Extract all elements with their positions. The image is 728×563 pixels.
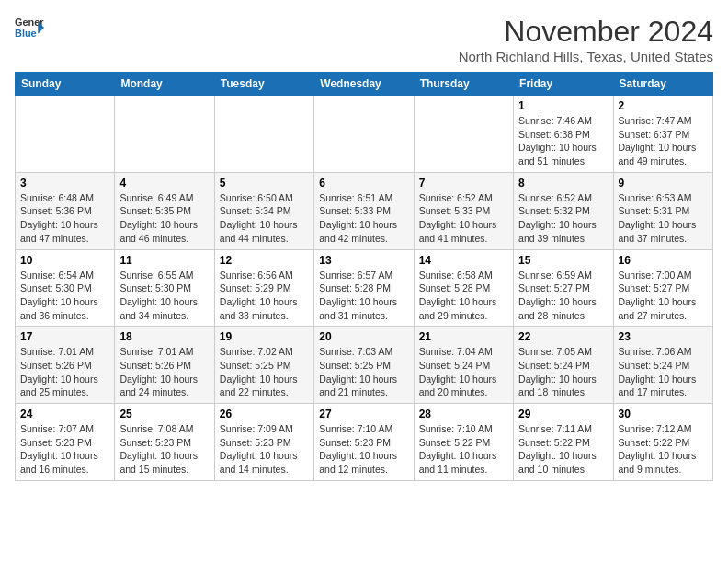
day-number: 5 — [220, 177, 309, 190]
day-info: Sunrise: 7:12 AM Sunset: 5:22 PM Dayligh… — [619, 422, 708, 477]
day-number: 4 — [119, 177, 209, 190]
day-info: Sunrise: 6:51 AM Sunset: 5:33 PM Dayligh… — [319, 191, 408, 246]
day-number: 23 — [619, 330, 708, 343]
calendar-day-cell: 22Sunrise: 7:05 AM Sunset: 5:24 PM Dayli… — [514, 327, 613, 404]
calendar-day-cell: 2Sunrise: 7:47 AM Sunset: 6:37 PM Daylig… — [613, 96, 712, 173]
calendar-day-cell: 25Sunrise: 7:08 AM Sunset: 5:23 PM Dayli… — [115, 404, 214, 481]
day-number: 10 — [20, 254, 109, 267]
calendar-day-cell: 14Sunrise: 6:58 AM Sunset: 5:28 PM Dayli… — [414, 249, 513, 327]
day-number: 18 — [119, 330, 209, 343]
calendar-day-cell: 13Sunrise: 6:57 AM Sunset: 5:28 PM Dayli… — [314, 249, 414, 327]
page-header: General Blue November 2024 North Richlan… — [15, 15, 713, 64]
weekday-header-cell: Thursday — [414, 73, 513, 96]
calendar-day-cell — [16, 96, 115, 173]
day-number: 6 — [319, 177, 408, 190]
calendar-day-cell — [414, 96, 513, 173]
logo-icon: General Blue — [15, 15, 44, 40]
day-info: Sunrise: 6:52 AM Sunset: 5:32 PM Dayligh… — [518, 191, 608, 246]
calendar-day-cell: 10Sunrise: 6:54 AM Sunset: 5:30 PM Dayli… — [16, 249, 115, 327]
day-info: Sunrise: 7:09 AM Sunset: 5:23 PM Dayligh… — [220, 422, 309, 477]
calendar-day-cell: 17Sunrise: 7:01 AM Sunset: 5:26 PM Dayli… — [16, 327, 115, 404]
day-info: Sunrise: 6:49 AM Sunset: 5:35 PM Dayligh… — [119, 191, 209, 246]
day-number: 16 — [619, 254, 708, 267]
day-number: 2 — [619, 99, 708, 112]
calendar-day-cell: 28Sunrise: 7:10 AM Sunset: 5:22 PM Dayli… — [414, 404, 513, 481]
day-info: Sunrise: 6:48 AM Sunset: 5:36 PM Dayligh… — [20, 191, 109, 246]
day-number: 21 — [419, 330, 508, 343]
day-number: 7 — [419, 177, 508, 190]
day-info: Sunrise: 6:52 AM Sunset: 5:33 PM Dayligh… — [419, 191, 508, 246]
day-info: Sunrise: 7:06 AM Sunset: 5:24 PM Dayligh… — [619, 345, 708, 399]
day-number: 3 — [20, 177, 109, 190]
day-number: 25 — [119, 408, 209, 420]
calendar-day-cell — [314, 96, 414, 173]
day-number: 27 — [319, 408, 408, 420]
day-number: 28 — [419, 408, 508, 420]
calendar-day-cell: 12Sunrise: 6:56 AM Sunset: 5:29 PM Dayli… — [214, 249, 313, 327]
calendar-body: 1Sunrise: 7:46 AM Sunset: 6:38 PM Daylig… — [16, 96, 713, 481]
day-info: Sunrise: 6:57 AM Sunset: 5:28 PM Dayligh… — [319, 269, 408, 323]
svg-text:Blue: Blue — [15, 28, 37, 39]
calendar-day-cell: 8Sunrise: 6:52 AM Sunset: 5:32 PM Daylig… — [514, 172, 613, 249]
calendar-day-cell: 15Sunrise: 6:59 AM Sunset: 5:27 PM Dayli… — [514, 249, 613, 327]
day-number: 13 — [319, 254, 408, 267]
calendar-day-cell: 19Sunrise: 7:02 AM Sunset: 5:25 PM Dayli… — [214, 327, 313, 404]
calendar-day-cell: 20Sunrise: 7:03 AM Sunset: 5:25 PM Dayli… — [314, 327, 414, 404]
day-info: Sunrise: 6:54 AM Sunset: 5:30 PM Dayligh… — [20, 269, 109, 323]
day-info: Sunrise: 7:05 AM Sunset: 5:24 PM Dayligh… — [518, 345, 608, 399]
day-info: Sunrise: 7:10 AM Sunset: 5:22 PM Dayligh… — [419, 422, 508, 477]
calendar-day-cell: 4Sunrise: 6:49 AM Sunset: 5:35 PM Daylig… — [115, 172, 214, 249]
day-number: 19 — [220, 330, 309, 343]
location: North Richland Hills, Texas, United Stat… — [459, 49, 713, 64]
calendar-day-cell — [214, 96, 313, 173]
calendar-day-cell: 16Sunrise: 7:00 AM Sunset: 5:27 PM Dayli… — [613, 249, 712, 327]
weekday-header-cell: Monday — [115, 73, 214, 96]
weekday-header-row: SundayMondayTuesdayWednesdayThursdayFrid… — [16, 73, 713, 96]
day-info: Sunrise: 7:01 AM Sunset: 5:26 PM Dayligh… — [20, 345, 109, 399]
weekday-header-cell: Tuesday — [214, 73, 313, 96]
calendar-day-cell: 23Sunrise: 7:06 AM Sunset: 5:24 PM Dayli… — [613, 327, 712, 404]
day-number: 20 — [319, 330, 408, 343]
day-info: Sunrise: 7:10 AM Sunset: 5:23 PM Dayligh… — [319, 422, 408, 477]
calendar-week-row: 1Sunrise: 7:46 AM Sunset: 6:38 PM Daylig… — [16, 96, 713, 173]
calendar-day-cell: 7Sunrise: 6:52 AM Sunset: 5:33 PM Daylig… — [414, 172, 513, 249]
calendar-day-cell: 21Sunrise: 7:04 AM Sunset: 5:24 PM Dayli… — [414, 327, 513, 404]
day-info: Sunrise: 7:02 AM Sunset: 5:25 PM Dayligh… — [220, 345, 309, 399]
day-number: 9 — [619, 177, 708, 190]
day-info: Sunrise: 7:07 AM Sunset: 5:23 PM Dayligh… — [20, 422, 109, 477]
day-number: 22 — [518, 330, 608, 343]
calendar-week-row: 17Sunrise: 7:01 AM Sunset: 5:26 PM Dayli… — [16, 327, 713, 404]
weekday-header-cell: Sunday — [16, 73, 115, 96]
calendar-day-cell: 11Sunrise: 6:55 AM Sunset: 5:30 PM Dayli… — [115, 249, 214, 327]
day-number: 26 — [220, 408, 309, 420]
day-number: 29 — [518, 408, 608, 420]
title-block: November 2024 North Richland Hills, Texa… — [459, 15, 713, 64]
calendar-day-cell: 1Sunrise: 7:46 AM Sunset: 6:38 PM Daylig… — [514, 96, 613, 173]
day-info: Sunrise: 7:03 AM Sunset: 5:25 PM Dayligh… — [319, 345, 408, 399]
calendar-day-cell: 5Sunrise: 6:50 AM Sunset: 5:34 PM Daylig… — [214, 172, 313, 249]
day-number: 12 — [220, 254, 309, 267]
day-number: 11 — [119, 254, 209, 267]
calendar-day-cell: 9Sunrise: 6:53 AM Sunset: 5:31 PM Daylig… — [613, 172, 712, 249]
calendar-day-cell: 26Sunrise: 7:09 AM Sunset: 5:23 PM Dayli… — [214, 404, 313, 481]
calendar-week-row: 3Sunrise: 6:48 AM Sunset: 5:36 PM Daylig… — [16, 172, 713, 249]
day-info: Sunrise: 7:00 AM Sunset: 5:27 PM Dayligh… — [619, 269, 708, 323]
calendar-day-cell: 29Sunrise: 7:11 AM Sunset: 5:22 PM Dayli… — [514, 404, 613, 481]
weekday-header-cell: Saturday — [613, 73, 712, 96]
calendar-day-cell: 6Sunrise: 6:51 AM Sunset: 5:33 PM Daylig… — [314, 172, 414, 249]
day-number: 1 — [518, 99, 608, 112]
calendar-table: SundayMondayTuesdayWednesdayThursdayFrid… — [15, 72, 713, 481]
calendar-day-cell: 3Sunrise: 6:48 AM Sunset: 5:36 PM Daylig… — [16, 172, 115, 249]
calendar-day-cell: 24Sunrise: 7:07 AM Sunset: 5:23 PM Dayli… — [16, 404, 115, 481]
day-number: 8 — [518, 177, 608, 190]
calendar-day-cell: 30Sunrise: 7:12 AM Sunset: 5:22 PM Dayli… — [613, 404, 712, 481]
calendar-day-cell: 18Sunrise: 7:01 AM Sunset: 5:26 PM Dayli… — [115, 327, 214, 404]
day-info: Sunrise: 6:53 AM Sunset: 5:31 PM Dayligh… — [619, 191, 708, 246]
day-info: Sunrise: 7:46 AM Sunset: 6:38 PM Dayligh… — [518, 114, 608, 168]
day-number: 15 — [518, 254, 608, 267]
calendar-week-row: 10Sunrise: 6:54 AM Sunset: 5:30 PM Dayli… — [16, 249, 713, 327]
day-info: Sunrise: 7:11 AM Sunset: 5:22 PM Dayligh… — [518, 422, 608, 477]
weekday-header-cell: Wednesday — [314, 73, 414, 96]
day-info: Sunrise: 6:55 AM Sunset: 5:30 PM Dayligh… — [119, 269, 209, 323]
calendar-week-row: 24Sunrise: 7:07 AM Sunset: 5:23 PM Dayli… — [16, 404, 713, 481]
